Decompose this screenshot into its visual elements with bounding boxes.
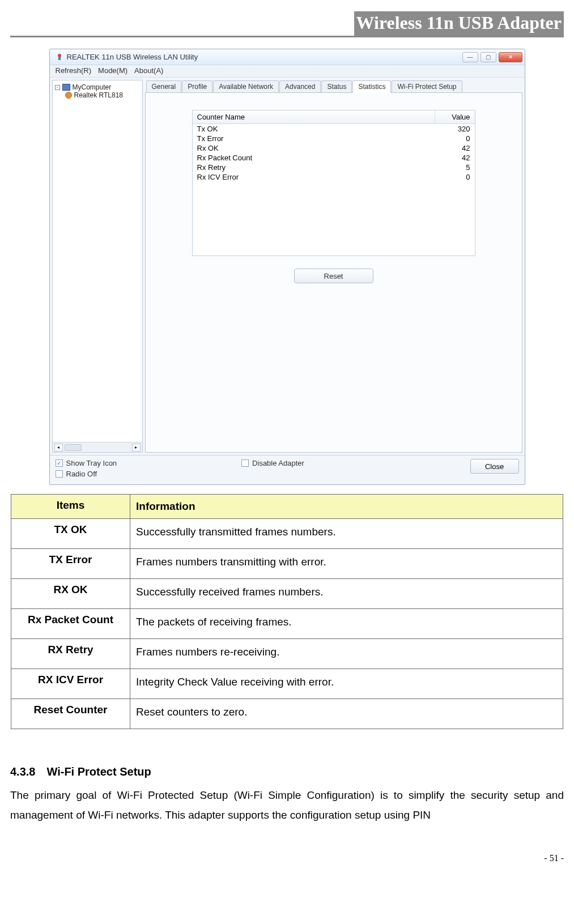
radio-off-label: Radio Off [66, 470, 97, 478]
menu-about[interactable]: About(A) [134, 66, 163, 76]
window-title: REALTEK 11n USB Wireless LAN Utility [67, 53, 198, 61]
computer-icon [62, 84, 70, 91]
stats-header-name: Counter Name [193, 110, 435, 124]
reset-button[interactable]: Reset [294, 269, 373, 283]
show-tray-label: Show Tray Icon [66, 459, 117, 467]
maximize-button[interactable]: ▢ [481, 52, 496, 62]
tree-child[interactable]: Realtek RTL818 [65, 91, 140, 99]
scroll-right-icon[interactable]: ▸ [132, 444, 141, 452]
stats-header-value: Value [435, 110, 475, 124]
tab-profile[interactable]: Profile [182, 80, 212, 92]
device-tree-panel: - MyComputer Realtek RTL818 ◂ ▸ [52, 80, 143, 453]
table-row: Rx Packet Count42 [193, 153, 475, 163]
section-title: Wi-Fi Protect Setup [46, 765, 151, 778]
close-button[interactable]: Close [470, 459, 519, 474]
app-icon [55, 53, 64, 62]
disable-adapter-label: Disable Adapter [252, 459, 304, 467]
table-row: Rx OK42 [193, 143, 475, 153]
tab-strip: General Profile Available Network Advanc… [145, 80, 522, 92]
window-bottom-bar: Show Tray Icon Radio Off Disable Adapter… [50, 455, 525, 484]
disable-adapter-checkbox[interactable] [241, 459, 249, 467]
table-row: RX ICV ErrorIntegrity Check Value receiv… [11, 669, 563, 699]
scroll-thumb[interactable] [65, 444, 82, 451]
section-heading: 4.3.8 Wi-Fi Protect Setup [10, 765, 564, 778]
table-row: RX RetryFrames numbers re-receiving. [11, 639, 563, 669]
tab-advanced[interactable]: Advanced [279, 80, 321, 92]
tree-root-label: MyComputer [73, 83, 112, 91]
table-row: RX OKSuccessfully received frames number… [11, 579, 563, 609]
app-window: REALTEK 11n USB Wireless LAN Utility — ▢… [49, 49, 525, 485]
tree-h-scrollbar[interactable]: ◂ ▸ [53, 442, 142, 452]
show-tray-checkbox[interactable] [56, 459, 63, 467]
radio-off-checkbox[interactable] [56, 470, 63, 478]
menu-mode[interactable]: Mode(M) [98, 66, 127, 76]
tab-general[interactable]: General [146, 80, 182, 92]
section-number: 4.3.8 [10, 765, 35, 778]
header-items: Items [11, 495, 130, 519]
table-row: TX OKSuccessfully transmitted frames num… [11, 519, 563, 549]
svg-rect-1 [58, 57, 61, 60]
adapter-icon [65, 92, 72, 99]
statistics-table: Counter Name Value Tx OK320 Tx Error0 Rx… [192, 110, 475, 256]
tab-status[interactable]: Status [321, 80, 352, 92]
page-header: Wireless 11n USB Adapter [10, 11, 564, 37]
section-body: The primary goal of Wi-Fi Protected Setu… [10, 785, 564, 825]
page-number: - 51 - [0, 853, 564, 863]
table-row: TX ErrorFrames numbers transmitting with… [11, 549, 563, 579]
scroll-left-icon[interactable]: ◂ [54, 444, 63, 452]
table-row: Tx OK320 [193, 124, 475, 134]
table-row: Rx Packet CountThe packets of receiving … [11, 609, 563, 639]
menu-bar: Refresh(R) Mode(M) About(A) [50, 65, 525, 78]
tree-root[interactable]: - MyComputer [55, 83, 140, 91]
page-title: Wireless 11n USB Adapter [354, 11, 564, 36]
screenshot-container: REALTEK 11n USB Wireless LAN Utility — ▢… [0, 49, 574, 485]
minimize-button[interactable]: — [462, 52, 478, 62]
items-information-table: Items Information TX OKSuccessfully tran… [11, 494, 563, 729]
window-close-button[interactable]: ✕ [499, 52, 522, 62]
table-row: Reset CounterReset counters to zero. [11, 699, 563, 729]
stats-header-row: Counter Name Value [193, 110, 475, 124]
header-information: Information [130, 495, 563, 519]
table-row: Rx Retry5 [193, 163, 475, 172]
table-row: Rx ICV Error0 [193, 172, 475, 182]
table-header-row: Items Information [11, 495, 563, 519]
tab-content: Counter Name Value Tx OK320 Tx Error0 Rx… [145, 92, 522, 453]
tab-panel: General Profile Available Network Advanc… [145, 80, 522, 453]
tab-available-network[interactable]: Available Network [213, 80, 279, 92]
collapse-icon[interactable]: - [55, 85, 60, 90]
table-row: Tx Error0 [193, 134, 475, 143]
tree-child-label: Realtek RTL818 [74, 91, 124, 99]
menu-refresh[interactable]: Refresh(R) [56, 66, 92, 76]
tab-statistics[interactable]: Statistics [352, 80, 391, 93]
window-titlebar: REALTEK 11n USB Wireless LAN Utility — ▢… [50, 49, 525, 65]
tab-wps[interactable]: Wi-Fi Protect Setup [392, 80, 462, 92]
